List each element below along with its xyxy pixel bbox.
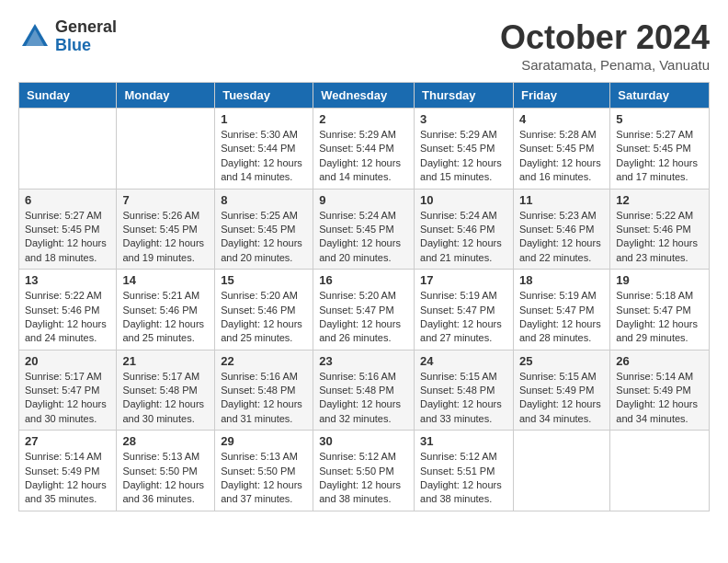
day-number: 20 (25, 354, 110, 368)
calendar-cell: 7Sunrise: 5:26 AMSunset: 5:45 PMDaylight… (117, 189, 215, 270)
day-number: 7 (122, 193, 209, 207)
calendar-cell: 18Sunrise: 5:19 AMSunset: 5:47 PMDayligh… (513, 270, 609, 350)
day-number: 10 (420, 193, 507, 207)
day-info: Sunrise: 5:16 AMSunset: 5:48 PMDaylight:… (319, 370, 408, 427)
day-info: Sunrise: 5:27 AMSunset: 5:45 PMDaylight:… (616, 128, 703, 185)
day-info: Sunrise: 5:21 AMSunset: 5:46 PMDaylight:… (122, 289, 209, 346)
day-number: 9 (319, 193, 408, 207)
calendar-cell: 17Sunrise: 5:19 AMSunset: 5:47 PMDayligh… (415, 270, 514, 350)
day-info: Sunrise: 5:29 AMSunset: 5:45 PMDaylight:… (420, 128, 507, 185)
day-info: Sunrise: 5:12 AMSunset: 5:51 PMDaylight:… (420, 450, 507, 507)
day-number: 23 (319, 354, 408, 368)
day-info: Sunrise: 5:25 AMSunset: 5:45 PMDaylight:… (221, 209, 307, 266)
day-info: Sunrise: 5:24 AMSunset: 5:46 PMDaylight:… (420, 209, 507, 266)
day-header-wednesday: Wednesday (313, 83, 415, 109)
day-header-monday: Monday (117, 83, 215, 109)
calendar-cell (117, 109, 215, 190)
day-header-saturday: Saturday (610, 83, 710, 109)
calendar-cell (19, 109, 117, 190)
logo-general: General (55, 18, 117, 37)
calendar-cell: 23Sunrise: 5:16 AMSunset: 5:48 PMDayligh… (313, 350, 415, 431)
day-number: 13 (25, 273, 110, 287)
day-number: 30 (319, 434, 408, 448)
day-number: 8 (221, 193, 307, 207)
day-header-sunday: Sunday (19, 83, 117, 109)
calendar-cell: 31Sunrise: 5:12 AMSunset: 5:51 PMDayligh… (415, 431, 514, 511)
calendar-week-2: 13Sunrise: 5:22 AMSunset: 5:46 PMDayligh… (19, 270, 710, 350)
day-number: 3 (420, 112, 507, 126)
day-info: Sunrise: 5:12 AMSunset: 5:50 PMDaylight:… (319, 450, 408, 507)
calendar-cell: 20Sunrise: 5:17 AMSunset: 5:47 PMDayligh… (19, 350, 117, 431)
calendar-cell: 11Sunrise: 5:23 AMSunset: 5:46 PMDayligh… (513, 189, 609, 270)
calendar-cell: 22Sunrise: 5:16 AMSunset: 5:48 PMDayligh… (215, 350, 313, 431)
calendar-cell: 24Sunrise: 5:15 AMSunset: 5:48 PMDayligh… (415, 350, 514, 431)
day-info: Sunrise: 5:14 AMSunset: 5:49 PMDaylight:… (25, 450, 110, 507)
day-info: Sunrise: 5:19 AMSunset: 5:47 PMDaylight:… (519, 289, 604, 346)
calendar-cell: 5Sunrise: 5:27 AMSunset: 5:45 PMDaylight… (610, 109, 710, 190)
day-number: 28 (122, 434, 209, 448)
day-number: 5 (616, 112, 703, 126)
logo-blue: Blue (55, 37, 117, 55)
day-info: Sunrise: 5:26 AMSunset: 5:45 PMDaylight:… (122, 209, 209, 266)
calendar-cell: 12Sunrise: 5:22 AMSunset: 5:46 PMDayligh… (610, 189, 710, 270)
calendar-cell: 25Sunrise: 5:15 AMSunset: 5:49 PMDayligh… (513, 350, 609, 431)
calendar-cell: 16Sunrise: 5:20 AMSunset: 5:47 PMDayligh… (313, 270, 415, 350)
calendar-cell (610, 431, 710, 511)
day-header-friday: Friday (513, 83, 609, 109)
logo-text: General Blue (55, 18, 117, 55)
location: Saratamata, Penama, Vanuatu (500, 57, 710, 73)
day-info: Sunrise: 5:24 AMSunset: 5:45 PMDaylight:… (319, 209, 408, 266)
day-info: Sunrise: 5:20 AMSunset: 5:46 PMDaylight:… (221, 289, 307, 346)
day-number: 12 (616, 193, 703, 207)
day-info: Sunrise: 5:14 AMSunset: 5:49 PMDaylight:… (616, 370, 703, 427)
day-number: 11 (519, 193, 604, 207)
calendar-header-row: SundayMondayTuesdayWednesdayThursdayFrid… (19, 83, 710, 109)
calendar-cell: 26Sunrise: 5:14 AMSunset: 5:49 PMDayligh… (610, 350, 710, 431)
day-info: Sunrise: 5:30 AMSunset: 5:44 PMDaylight:… (221, 128, 307, 185)
calendar-cell: 19Sunrise: 5:18 AMSunset: 5:47 PMDayligh… (610, 270, 710, 350)
day-header-thursday: Thursday (415, 83, 514, 109)
day-info: Sunrise: 5:23 AMSunset: 5:46 PMDaylight:… (519, 209, 604, 266)
day-header-tuesday: Tuesday (215, 83, 313, 109)
day-number: 21 (122, 354, 209, 368)
calendar-week-1: 6Sunrise: 5:27 AMSunset: 5:45 PMDaylight… (19, 189, 710, 270)
day-info: Sunrise: 5:22 AMSunset: 5:46 PMDaylight:… (25, 289, 110, 346)
calendar-week-4: 27Sunrise: 5:14 AMSunset: 5:49 PMDayligh… (19, 431, 710, 511)
day-info: Sunrise: 5:22 AMSunset: 5:46 PMDaylight:… (616, 209, 703, 266)
day-number: 31 (420, 434, 507, 448)
calendar-cell: 29Sunrise: 5:13 AMSunset: 5:50 PMDayligh… (215, 431, 313, 511)
calendar-cell: 27Sunrise: 5:14 AMSunset: 5:49 PMDayligh… (19, 431, 117, 511)
day-number: 26 (616, 354, 703, 368)
month-title: October 2024 (500, 18, 710, 57)
calendar-cell: 21Sunrise: 5:17 AMSunset: 5:48 PMDayligh… (117, 350, 215, 431)
calendar-cell: 8Sunrise: 5:25 AMSunset: 5:45 PMDaylight… (215, 189, 313, 270)
day-number: 6 (25, 193, 110, 207)
day-info: Sunrise: 5:18 AMSunset: 5:47 PMDaylight:… (616, 289, 703, 346)
day-number: 1 (221, 112, 307, 126)
day-info: Sunrise: 5:13 AMSunset: 5:50 PMDaylight:… (122, 450, 209, 507)
logo-icon (18, 20, 51, 53)
day-number: 4 (519, 112, 604, 126)
day-number: 2 (319, 112, 408, 126)
calendar-cell: 14Sunrise: 5:21 AMSunset: 5:46 PMDayligh… (117, 270, 215, 350)
calendar-cell: 10Sunrise: 5:24 AMSunset: 5:46 PMDayligh… (415, 189, 514, 270)
logo: General Blue (18, 18, 117, 55)
day-info: Sunrise: 5:17 AMSunset: 5:48 PMDaylight:… (122, 370, 209, 427)
day-info: Sunrise: 5:16 AMSunset: 5:48 PMDaylight:… (221, 370, 307, 427)
day-info: Sunrise: 5:19 AMSunset: 5:47 PMDaylight:… (420, 289, 507, 346)
calendar-cell: 4Sunrise: 5:28 AMSunset: 5:45 PMDaylight… (513, 109, 609, 190)
calendar-cell: 13Sunrise: 5:22 AMSunset: 5:46 PMDayligh… (19, 270, 117, 350)
day-number: 17 (420, 273, 507, 287)
day-number: 25 (519, 354, 604, 368)
day-number: 22 (221, 354, 307, 368)
day-info: Sunrise: 5:27 AMSunset: 5:45 PMDaylight:… (25, 209, 110, 266)
day-number: 18 (519, 273, 604, 287)
calendar-week-3: 20Sunrise: 5:17 AMSunset: 5:47 PMDayligh… (19, 350, 710, 431)
day-number: 14 (122, 273, 209, 287)
day-number: 24 (420, 354, 507, 368)
calendar-table: SundayMondayTuesdayWednesdayThursdayFrid… (18, 82, 710, 511)
calendar-cell (513, 431, 609, 511)
calendar-cell: 28Sunrise: 5:13 AMSunset: 5:50 PMDayligh… (117, 431, 215, 511)
day-number: 15 (221, 273, 307, 287)
day-number: 29 (221, 434, 307, 448)
